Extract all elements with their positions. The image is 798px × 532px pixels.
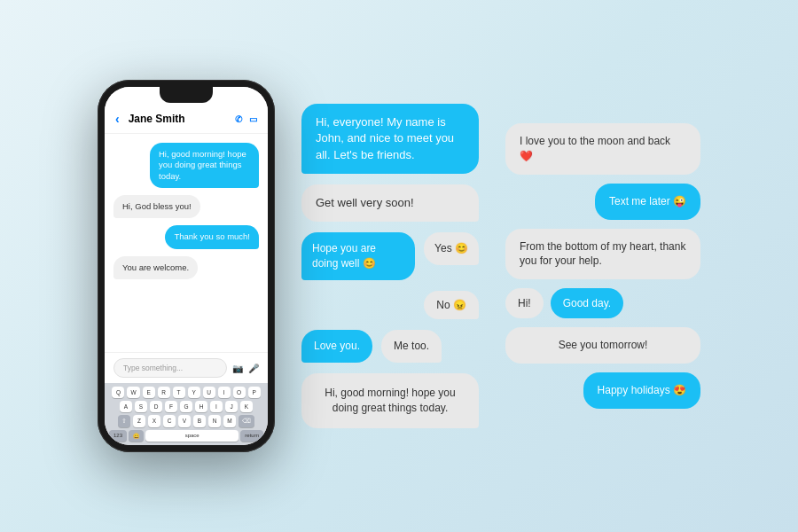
key-backspace[interactable]: ⌫ <box>239 415 254 427</box>
phone-notch <box>160 87 213 103</box>
phone-call-icon[interactable]: ✆ <box>235 114 242 124</box>
back-arrow-icon[interactable]: ‹ <box>115 112 120 126</box>
key-f[interactable]: F <box>165 401 177 412</box>
camera-icon[interactable]: 📷 <box>232 364 243 373</box>
message-out-1: Hi, good morning! hope you doing great t… <box>150 143 259 188</box>
key-s[interactable]: S <box>135 401 147 412</box>
right-chat-section: I love you to the moon and back ❤️ Text … <box>505 123 700 409</box>
bubble-moon: I love you to the moon and back ❤️ <box>505 123 700 175</box>
middle-chat-section: Hi, everyone! My name is John, and nice … <box>301 104 479 428</box>
messages-list: Hi, good morning! hope you doing great t… <box>105 134 268 352</box>
keyboard-row-4: 123 😀 space return <box>107 430 265 442</box>
keyboard: Q W E R T Y U I O P A S D F G H <box>105 383 268 445</box>
bubble-seeyou: See you tomorrow! <box>505 327 700 364</box>
bubble-intro: Hi, everyone! My name is John, and nice … <box>301 104 479 174</box>
input-area: Type something... 📷 🎤 <box>105 352 268 383</box>
bubble-bottom-heart: From the bottom of my heart, thank you f… <box>505 229 700 280</box>
contact-name: Jane Smith <box>129 113 230 125</box>
mic-icon[interactable]: 🎤 <box>248 364 259 373</box>
bubble-metoo: Me too. <box>381 330 442 363</box>
key-space[interactable]: space <box>145 430 239 442</box>
key-p[interactable]: P <box>248 387 261 398</box>
header-icons: ✆ ▭ <box>235 114 257 124</box>
key-m[interactable]: M <box>223 415 236 427</box>
bubble-hi: Hi! <box>505 288 544 318</box>
key-h[interactable]: H <box>195 401 207 412</box>
phone-frame: ‹ Jane Smith ✆ ▭ Hi, good morning! hope … <box>98 80 275 452</box>
bubble-text-later: Text me later 😜 <box>595 184 700 220</box>
bubble-yes: Yes 😊 <box>424 232 479 265</box>
phone-mockup: ‹ Jane Smith ✆ ▭ Hi, good morning! hope … <box>98 80 275 452</box>
bubble-no-wrapper: No 😠 <box>301 291 479 320</box>
key-123[interactable]: 123 <box>109 430 127 442</box>
bubble-goodday: Good day. <box>551 288 623 318</box>
key-u[interactable]: U <box>203 387 215 398</box>
message-out-2: Thank you so much! <box>165 225 259 248</box>
bubble-row-love: Love you. Me too. <box>301 330 479 363</box>
bubble-get-well: Get well very soon! <box>301 184 479 222</box>
key-q[interactable]: Q <box>112 387 124 398</box>
key-k[interactable]: K <box>240 401 253 412</box>
bubble-row-hope: Hope you are doing well 😊 Yes 😊 <box>301 232 479 280</box>
keyboard-row-2: A S D F G H I J K <box>107 401 265 412</box>
key-shift[interactable]: ⇧ <box>118 415 130 427</box>
key-a[interactable]: A <box>120 401 132 412</box>
video-call-icon[interactable]: ▭ <box>249 114 257 124</box>
message-input[interactable]: Type something... <box>113 358 227 378</box>
key-r[interactable]: R <box>158 387 170 398</box>
bubble-row-hi-goodday: Hi! Good day. <box>505 288 700 318</box>
key-i[interactable]: I <box>218 387 231 398</box>
key-c[interactable]: C <box>163 415 176 427</box>
key-v[interactable]: V <box>178 415 191 427</box>
key-b[interactable]: B <box>193 415 206 427</box>
key-y[interactable]: Y <box>188 387 200 398</box>
key-d[interactable]: D <box>150 401 162 412</box>
key-n[interactable]: N <box>208 415 221 427</box>
keyboard-row-1: Q W E R T Y U I O P <box>107 387 265 398</box>
bubble-hope: Hope you are doing well 😊 <box>301 232 415 280</box>
key-x[interactable]: X <box>148 415 160 427</box>
key-w[interactable]: W <box>127 387 139 398</box>
keyboard-row-3: ⇧ Z X C V B N M ⌫ <box>107 415 265 427</box>
key-t[interactable]: T <box>173 387 185 398</box>
key-e[interactable]: E <box>143 387 155 398</box>
bubble-morning: Hi, good morning! hope you doing great t… <box>301 373 479 428</box>
phone-screen: ‹ Jane Smith ✆ ▭ Hi, good morning! hope … <box>105 87 268 445</box>
message-in-2: You are welcome. <box>113 256 198 279</box>
bubble-holidays: Happy holidays 😍 <box>583 372 700 409</box>
key-emoji[interactable]: 😀 <box>129 430 144 442</box>
bubble-no: No 😠 <box>424 291 479 320</box>
key-j[interactable]: J <box>225 401 238 412</box>
key-i2[interactable]: I <box>210 401 223 412</box>
key-return[interactable]: return <box>240 430 263 442</box>
key-z[interactable]: Z <box>133 415 145 427</box>
message-in-1: Hi, God bless you! <box>113 195 200 218</box>
key-o[interactable]: O <box>233 387 246 398</box>
key-g[interactable]: G <box>180 401 192 412</box>
bubble-love: Love you. <box>301 330 372 363</box>
